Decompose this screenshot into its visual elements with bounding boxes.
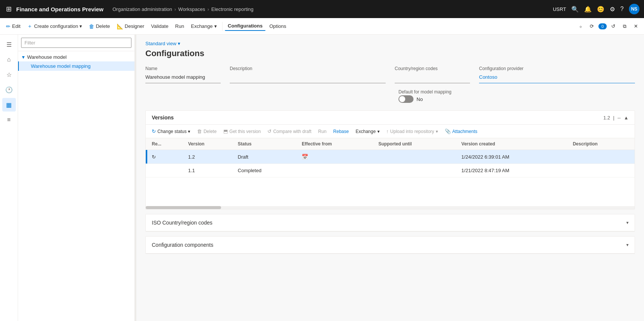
configurations-tab[interactable]: Configurations [225,21,266,31]
config-components-header[interactable]: Configuration components ▾ [146,237,635,254]
col-version-created: Version created [457,138,568,150]
upload-chevron-icon: ▾ [436,129,438,134]
edit-icon: ✏ [6,23,11,29]
close-icon-btn[interactable]: ✕ [631,22,641,31]
main-layout: ☰ ⌂ ☆ 🕐 ▦ ≡ ▼ Warehouse model Warehouse … [0,35,644,321]
options-tab[interactable]: Options [266,22,289,31]
nav-clock-icon[interactable]: 🕐 [2,83,16,96]
edit-button[interactable]: ✏ Edit [3,22,23,31]
user-code: USRT [553,6,566,12]
tree-filter-container [18,35,134,51]
nav-home-icon[interactable]: ⌂ [2,53,16,66]
get-version-button[interactable]: ⬒ Get this version [220,127,264,136]
calendar-icon[interactable]: 📅 [302,154,308,160]
nav-calendar-icon[interactable]: ▦ [2,98,16,112]
breadcrumb-item-3[interactable]: Electronic reporting [211,6,253,12]
cell-effective-from: 📅 [297,150,374,164]
config-components-chevron-icon: ▾ [626,242,629,248]
chevron-down-icon: ▾ [79,23,82,29]
grid-icon[interactable]: ⊞ [5,3,13,15]
versions-toolbar: ↻ Change status ▾ 🗑 Delete ⬒ Get this ve… [146,125,635,138]
avatar[interactable]: NS [629,4,639,14]
col-supported-until: Supported until [374,138,457,150]
tree-item-warehouse-mapping[interactable]: Warehouse model mapping [18,61,134,71]
table-row[interactable]: 1.1 Completed 1/21/2022 8:47:19 AM [146,164,635,177]
versions-delete-button[interactable]: 🗑 Delete [194,127,220,136]
default-mapping-toggle[interactable] [398,95,414,103]
top-navigation: ⊞ Finance and Operations Preview Organiz… [0,0,644,18]
designer-icon: 📐 [117,23,123,29]
iso-section-header[interactable]: ISO Country/region codes ▾ [146,214,635,231]
sync-icon-btn[interactable]: ↺ [608,22,618,31]
versions-run-button[interactable]: Run [315,127,330,136]
exchange-dropdown-icon: ▾ [377,129,380,134]
gear-icon[interactable]: ⚙ [610,6,615,13]
page-title: Configurations [145,49,635,58]
refresh-icon-btn[interactable]: ⟳ [587,22,597,31]
versions-section-header: Versions 1.2 | -- ▲ [146,111,635,125]
versions-exchange-button[interactable]: Exchange ▾ [353,127,382,136]
cell-status-2: Completed [233,164,297,177]
field-description: Description [230,66,386,83]
nav-list-icon[interactable]: ≡ [2,113,16,127]
view-selector[interactable]: Standard view ▾ [145,41,635,46]
badge-blue-btn[interactable]: 0 [598,23,607,29]
cell-description-2 [568,164,635,177]
upload-icon: ↑ [386,128,389,134]
side-icon-panel: ☰ ⌂ ☆ 🕐 ▦ ≡ [0,35,18,321]
version-dash: | [613,115,614,121]
cell-supported-until [374,150,457,164]
create-configuration-button[interactable]: ＋ Create configuration ▾ [24,21,85,31]
exchange-button[interactable]: Exchange ▾ [188,22,220,31]
upload-repo-button[interactable]: ↑ Upload into repository ▾ [383,127,441,136]
smiley-icon[interactable]: 😊 [597,6,604,13]
delete-button[interactable]: 🗑 Delete [86,22,113,31]
horizontal-scrollbar[interactable] [146,206,635,209]
cell-reload: ↻ [147,150,184,164]
breadcrumb-sep-2: › [208,6,209,12]
versions-section: Versions 1.2 | -- ▲ ↻ Change status ▾ 🗑 … [145,110,635,209]
breadcrumb-item-2[interactable]: Workspaces [178,6,205,12]
col-effective-from: Effective from [297,138,374,150]
version-badge: 1.2 [603,115,610,121]
attachments-button[interactable]: 📎 Attachments [442,127,481,136]
run-button[interactable]: Run [172,22,187,31]
default-mapping-value: No [417,96,423,102]
cell-version-2: 1.1 [184,164,233,177]
nav-filter-icon[interactable]: ☰ [2,38,16,51]
designer-button[interactable]: 📐 Designer [114,22,147,31]
rebase-button[interactable]: Rebase [330,127,352,136]
col-description: Description [568,138,635,150]
cell-status: Draft [233,150,297,164]
cell-version-created-2: 1/21/2022 8:47:19 AM [457,164,568,177]
col-status: Status [233,138,297,150]
version-collapse-icon[interactable]: ▲ [624,115,629,121]
tree-content: ▼ Warehouse model Warehouse model mappin… [18,51,134,321]
col-reload: Re... [147,138,184,150]
bell-icon[interactable]: 🔔 [584,6,592,13]
create-icon: ＋ [27,23,32,30]
cell-reload-2 [147,164,184,177]
nav-star-icon[interactable]: ☆ [2,68,16,81]
tree-filter-input[interactable] [21,38,131,48]
table-row[interactable]: ↻ 1.2 Draft 📅 1/24/2022 6:39:01 AM [146,150,635,164]
config-components-section: Configuration components ▾ [145,236,635,254]
compare-draft-button[interactable]: ↺ Compare with draft [264,127,314,136]
tree-group-warehouse-model[interactable]: ▼ Warehouse model [18,53,134,61]
validate-button[interactable]: Validate [148,22,171,31]
main-toolbar: ✏ Edit ＋ Create configuration ▾ 🗑 Delete… [0,18,644,35]
toolbar-separator [222,22,223,31]
search-icon[interactable]: 🔍 [571,6,579,13]
cell-supported-until-2 [374,164,457,177]
breadcrumb-item-1[interactable]: Organization administration [113,6,172,12]
help-icon[interactable]: ? [620,6,624,12]
filter-icon-btn[interactable]: ⬦ [576,22,585,31]
change-status-chevron: ▾ [188,129,190,134]
tree-panel: ▼ Warehouse model Warehouse model mappin… [18,35,135,321]
default-mapping-field: Default for model mapping No [398,89,635,103]
compare-icon: ↺ [267,128,272,134]
breadcrumb-sep-1: › [174,6,176,12]
window-icon-btn[interactable]: ⧉ [620,22,629,31]
versions-table-container: Re... Version Status Effective from Supp… [146,138,635,206]
change-status-button[interactable]: ↻ Change status ▾ [149,127,193,136]
